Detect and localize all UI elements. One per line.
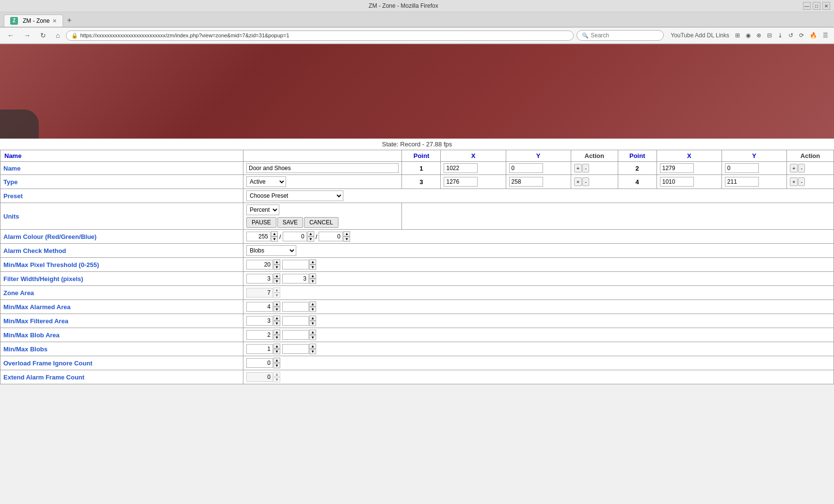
ext-icon-6[interactable]: ↺	[786, 31, 795, 40]
search-input[interactable]	[591, 32, 663, 39]
blob-area-max-input[interactable]	[282, 330, 309, 340]
filter-w-up[interactable]: ▲	[273, 273, 280, 279]
filtered-min-down[interactable]: ▼	[273, 321, 280, 326]
point-3-remove-button[interactable]: -	[582, 177, 589, 186]
tab-close-button[interactable]: ✕	[52, 18, 57, 24]
save-button[interactable]: SAVE	[277, 217, 303, 228]
pixel-threshold-min-input[interactable]	[246, 260, 273, 269]
type-select[interactable]: Active Inclusive Exclusive Preclusive	[246, 176, 286, 187]
color-g-up[interactable]: ▲	[307, 231, 314, 236]
point-4-x-input[interactable]	[660, 177, 694, 187]
point-1-remove-button[interactable]: -	[582, 164, 589, 173]
cancel-button[interactable]: CANCEL	[304, 217, 338, 228]
pause-button[interactable]: PAUSE	[246, 217, 276, 228]
filter-h-down[interactable]: ▼	[309, 279, 316, 284]
ext-icon-8[interactable]: 🔥	[808, 31, 819, 40]
address-bar[interactable]: 🔒	[66, 31, 574, 41]
point-3-x-input[interactable]	[444, 177, 478, 187]
point-1-y-input[interactable]	[509, 163, 543, 173]
extend-input[interactable]	[246, 372, 273, 382]
blobs-min-input[interactable]	[246, 344, 273, 354]
point-1-add-button[interactable]: +	[574, 164, 582, 173]
color-r-up[interactable]: ▲	[271, 231, 278, 236]
point-2-remove-button[interactable]: -	[798, 164, 805, 173]
blobs-min-down[interactable]: ▼	[273, 349, 280, 354]
blob-area-min-down[interactable]: ▼	[273, 335, 280, 340]
blobs-min-up[interactable]: ▲	[273, 344, 280, 349]
point-4-remove-button[interactable]: -	[798, 177, 805, 186]
color-b-up[interactable]: ▲	[343, 231, 350, 236]
alarm-check-select[interactable]: AlarmedPixels FilteredPixels Blobs	[246, 245, 296, 256]
overload-up[interactable]: ▲	[273, 358, 280, 363]
color-r-input[interactable]	[246, 232, 271, 241]
ext-icon-4[interactable]: ⊟	[765, 31, 774, 40]
alarmed-min-down[interactable]: ▼	[273, 307, 280, 312]
ext-icon-7[interactable]: ⟳	[797, 31, 806, 40]
point-4-y-input[interactable]	[725, 177, 759, 187]
color-g-down[interactable]: ▼	[307, 236, 314, 242]
alarmed-max-input[interactable]	[282, 302, 309, 312]
maximize-button[interactable]: □	[813, 2, 820, 10]
minimize-button[interactable]: —	[803, 2, 811, 10]
filtered-min-input[interactable]	[246, 316, 273, 326]
active-tab[interactable]: Z ZM - Zone ✕	[4, 15, 63, 27]
point-2-add-button[interactable]: +	[790, 164, 798, 173]
point-3-y-input[interactable]	[509, 177, 543, 187]
name-input[interactable]	[246, 163, 399, 173]
filtered-min-up[interactable]: ▲	[273, 315, 280, 321]
ext-icon-2[interactable]: ◉	[744, 31, 753, 40]
overload-input[interactable]	[246, 358, 273, 368]
ext-icon-3[interactable]: ⊗	[754, 31, 763, 40]
zone-area-input[interactable]	[246, 288, 273, 298]
blobs-max-spinner: ▲ ▼	[282, 344, 316, 354]
close-button[interactable]: ✕	[822, 2, 830, 10]
filter-w-down[interactable]: ▼	[273, 279, 280, 284]
pixel-threshold-min-down[interactable]: ▼	[273, 265, 280, 270]
alarmed-max-up[interactable]: ▲	[309, 301, 316, 307]
reload-button[interactable]: ↻	[37, 30, 49, 41]
point-2-y-input[interactable]	[725, 163, 759, 173]
point-4-add-button[interactable]: +	[790, 177, 798, 186]
youtube-ext[interactable]: YouTube Add DL Links	[669, 31, 731, 40]
blobs-max-input[interactable]	[282, 344, 309, 354]
home-button[interactable]: ⌂	[52, 30, 63, 41]
alarmed-max-down[interactable]: ▼	[309, 307, 316, 312]
forward-button[interactable]: →	[20, 30, 34, 41]
filtered-max-up[interactable]: ▲	[309, 315, 316, 321]
point-1-x-input[interactable]	[444, 163, 478, 173]
overload-down[interactable]: ▼	[273, 363, 280, 368]
blob-area-max-down[interactable]: ▼	[309, 335, 316, 340]
blobs-max-down[interactable]: ▼	[309, 349, 316, 354]
filter-w-input[interactable]	[246, 274, 273, 284]
new-tab-button[interactable]: +	[63, 14, 75, 27]
blob-area-min-input[interactable]	[246, 330, 273, 340]
color-r-down[interactable]: ▼	[271, 236, 278, 242]
filter-h-up[interactable]: ▲	[309, 273, 316, 279]
pixel-threshold-max-up[interactable]: ▲	[309, 259, 316, 265]
color-g-input[interactable]	[283, 232, 307, 241]
ext-icon-9[interactable]: ☰	[821, 31, 830, 40]
filter-h-input[interactable]	[282, 274, 309, 284]
url-input[interactable]	[80, 32, 568, 38]
blob-area-max-up[interactable]: ▲	[309, 330, 316, 335]
color-b-input[interactable]	[319, 232, 343, 241]
ext-icon-5[interactable]: ⤓	[776, 31, 785, 40]
search-bar[interactable]: 🔍	[577, 30, 664, 41]
alarmed-min-input[interactable]	[246, 302, 273, 312]
preset-select[interactable]: Choose Preset	[246, 190, 343, 201]
alarmed-min-up[interactable]: ▲	[273, 301, 280, 307]
blobs-max-up[interactable]: ▲	[309, 344, 316, 349]
back-button[interactable]: ←	[4, 30, 17, 41]
filtered-max-input[interactable]	[282, 316, 309, 326]
blob-area-min-up[interactable]: ▲	[273, 330, 280, 335]
pixel-threshold-min-up[interactable]: ▲	[273, 259, 280, 265]
pixel-threshold-max-input[interactable]	[282, 260, 309, 269]
color-b-down[interactable]: ▼	[343, 236, 350, 242]
point-3-add-button[interactable]: +	[574, 177, 582, 186]
ext-icon-1[interactable]: ⊞	[733, 31, 742, 40]
pixel-threshold-max-down[interactable]: ▼	[309, 265, 316, 270]
filtered-max-down[interactable]: ▼	[309, 321, 316, 326]
point-2-x-input[interactable]	[660, 163, 694, 173]
units-select[interactable]: Percent Pixels	[246, 205, 279, 215]
form-container: Name Point X Y Action Point X Y Action N…	[0, 150, 834, 384]
